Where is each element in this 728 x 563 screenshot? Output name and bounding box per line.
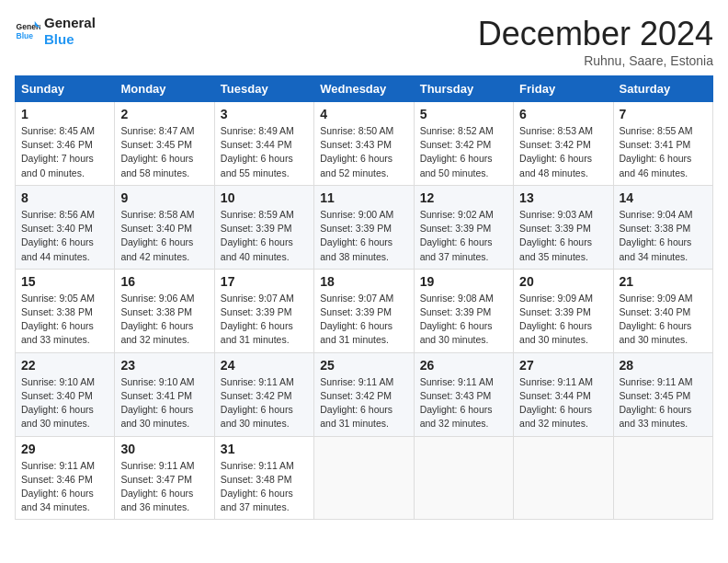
calendar-cell: 23 Sunrise: 9:10 AM Sunset: 3:41 PM Dayl… — [115, 352, 214, 436]
location-subtitle: Ruhnu, Saare, Estonia — [478, 53, 713, 68]
calendar-header-row: SundayMondayTuesdayWednesdayThursdayFrid… — [16, 76, 713, 102]
logo-icon: General Blue — [15, 18, 40, 44]
title-block: December 2024 Ruhnu, Saare, Estonia — [478, 15, 713, 68]
day-number: 13 — [519, 190, 607, 205]
calendar-cell: 6 Sunrise: 8:53 AM Sunset: 3:42 PM Dayli… — [514, 102, 613, 186]
day-number: 30 — [120, 442, 208, 456]
calendar-cell: 12 Sunrise: 9:02 AM Sunset: 3:39 PM Dayl… — [414, 185, 513, 269]
calendar-cell: 10 Sunrise: 8:59 AM Sunset: 3:39 PM Dayl… — [214, 185, 313, 269]
calendar-cell: 16 Sunrise: 9:06 AM Sunset: 3:38 PM Dayl… — [115, 269, 214, 352]
col-header-sunday: Sunday — [16, 76, 115, 102]
day-detail: Sunrise: 8:52 AM Sunset: 3:42 PM Dayligh… — [420, 124, 507, 180]
day-detail: Sunrise: 8:56 AM Sunset: 3:40 PM Dayligh… — [21, 208, 108, 264]
col-header-wednesday: Wednesday — [314, 76, 414, 102]
day-detail: Sunrise: 8:53 AM Sunset: 3:42 PM Dayligh… — [519, 124, 607, 180]
calendar-cell: 29 Sunrise: 9:11 AM Sunset: 3:46 PM Dayl… — [16, 436, 115, 520]
day-detail: Sunrise: 8:45 AM Sunset: 3:46 PM Dayligh… — [21, 124, 108, 180]
day-detail: Sunrise: 9:11 AM Sunset: 3:44 PM Dayligh… — [519, 375, 607, 431]
day-number: 5 — [420, 107, 507, 121]
calendar-cell — [414, 436, 513, 520]
day-number: 25 — [320, 358, 407, 373]
calendar-cell: 3 Sunrise: 8:49 AM Sunset: 3:44 PM Dayli… — [214, 102, 313, 186]
calendar-cell: 24 Sunrise: 9:11 AM Sunset: 3:42 PM Dayl… — [214, 352, 313, 436]
day-detail: Sunrise: 8:50 AM Sunset: 3:43 PM Dayligh… — [320, 124, 407, 180]
day-number: 24 — [221, 358, 308, 373]
day-detail: Sunrise: 9:11 AM Sunset: 3:45 PM Dayligh… — [620, 375, 707, 431]
calendar-cell: 11 Sunrise: 9:00 AM Sunset: 3:39 PM Dayl… — [314, 185, 414, 269]
day-detail: Sunrise: 9:05 AM Sunset: 3:38 PM Dayligh… — [21, 292, 108, 348]
day-detail: Sunrise: 9:11 AM Sunset: 3:48 PM Dayligh… — [221, 459, 308, 515]
logo: General Blue General Blue — [15, 15, 96, 48]
day-number: 22 — [21, 358, 108, 373]
calendar-cell: 4 Sunrise: 8:50 AM Sunset: 3:43 PM Dayli… — [314, 102, 414, 186]
day-detail: Sunrise: 9:03 AM Sunset: 3:39 PM Dayligh… — [519, 208, 607, 264]
svg-text:Blue: Blue — [17, 31, 34, 40]
day-number: 10 — [221, 190, 308, 205]
day-number: 14 — [620, 190, 707, 205]
calendar-cell: 27 Sunrise: 9:11 AM Sunset: 3:44 PM Dayl… — [514, 352, 613, 436]
calendar-cell: 21 Sunrise: 9:09 AM Sunset: 3:40 PM Dayl… — [613, 269, 712, 352]
day-detail: Sunrise: 9:11 AM Sunset: 3:42 PM Dayligh… — [221, 375, 308, 431]
day-detail: Sunrise: 8:47 AM Sunset: 3:45 PM Dayligh… — [120, 124, 208, 180]
logo-text-general: General — [44, 15, 96, 31]
calendar-cell: 17 Sunrise: 9:07 AM Sunset: 3:39 PM Dayl… — [214, 269, 313, 352]
day-number: 3 — [221, 107, 308, 121]
day-detail: Sunrise: 8:55 AM Sunset: 3:41 PM Dayligh… — [620, 124, 707, 180]
day-number: 4 — [320, 107, 407, 121]
calendar-cell: 26 Sunrise: 9:11 AM Sunset: 3:43 PM Dayl… — [414, 352, 513, 436]
day-detail: Sunrise: 8:49 AM Sunset: 3:44 PM Dayligh… — [221, 124, 308, 180]
calendar-cell: 30 Sunrise: 9:11 AM Sunset: 3:47 PM Dayl… — [115, 436, 214, 520]
calendar-table: SundayMondayTuesdayWednesdayThursdayFrid… — [15, 75, 713, 520]
calendar-week-row: 1 Sunrise: 8:45 AM Sunset: 3:46 PM Dayli… — [16, 102, 713, 186]
calendar-cell: 13 Sunrise: 9:03 AM Sunset: 3:39 PM Dayl… — [514, 185, 613, 269]
day-number: 9 — [120, 190, 208, 205]
day-number: 17 — [221, 274, 308, 289]
day-detail: Sunrise: 9:11 AM Sunset: 3:43 PM Dayligh… — [420, 375, 507, 431]
col-header-thursday: Thursday — [414, 76, 513, 102]
day-number: 19 — [420, 274, 507, 289]
day-number: 1 — [21, 107, 108, 121]
calendar-cell: 1 Sunrise: 8:45 AM Sunset: 3:46 PM Dayli… — [16, 102, 115, 186]
day-number: 8 — [21, 190, 108, 205]
day-number: 16 — [120, 274, 208, 289]
calendar-week-row: 22 Sunrise: 9:10 AM Sunset: 3:40 PM Dayl… — [16, 352, 713, 436]
day-detail: Sunrise: 9:07 AM Sunset: 3:39 PM Dayligh… — [221, 292, 308, 348]
day-number: 29 — [21, 442, 108, 456]
col-header-saturday: Saturday — [613, 76, 712, 102]
calendar-cell — [514, 436, 613, 520]
calendar-cell: 20 Sunrise: 9:09 AM Sunset: 3:39 PM Dayl… — [514, 269, 613, 352]
month-title: December 2024 — [478, 15, 713, 53]
calendar-cell: 7 Sunrise: 8:55 AM Sunset: 3:41 PM Dayli… — [613, 102, 712, 186]
day-number: 6 — [519, 107, 607, 121]
day-detail: Sunrise: 9:09 AM Sunset: 3:39 PM Dayligh… — [519, 292, 607, 348]
day-detail: Sunrise: 9:10 AM Sunset: 3:41 PM Dayligh… — [120, 375, 208, 431]
day-number: 27 — [519, 358, 607, 373]
day-number: 7 — [620, 107, 707, 121]
col-header-friday: Friday — [514, 76, 613, 102]
calendar-cell: 8 Sunrise: 8:56 AM Sunset: 3:40 PM Dayli… — [16, 185, 115, 269]
calendar-cell: 14 Sunrise: 9:04 AM Sunset: 3:38 PM Dayl… — [613, 185, 712, 269]
page-header: General Blue General Blue December 2024 … — [15, 15, 713, 68]
calendar-cell: 15 Sunrise: 9:05 AM Sunset: 3:38 PM Dayl… — [16, 269, 115, 352]
calendar-cell: 9 Sunrise: 8:58 AM Sunset: 3:40 PM Dayli… — [115, 185, 214, 269]
calendar-cell: 28 Sunrise: 9:11 AM Sunset: 3:45 PM Dayl… — [613, 352, 712, 436]
calendar-week-row: 15 Sunrise: 9:05 AM Sunset: 3:38 PM Dayl… — [16, 269, 713, 352]
calendar-cell — [613, 436, 712, 520]
day-number: 2 — [120, 107, 208, 121]
calendar-cell: 2 Sunrise: 8:47 AM Sunset: 3:45 PM Dayli… — [115, 102, 214, 186]
day-detail: Sunrise: 9:00 AM Sunset: 3:39 PM Dayligh… — [320, 208, 407, 264]
day-number: 23 — [120, 358, 208, 373]
col-header-monday: Monday — [115, 76, 214, 102]
calendar-cell: 18 Sunrise: 9:07 AM Sunset: 3:39 PM Dayl… — [314, 269, 414, 352]
day-detail: Sunrise: 9:11 AM Sunset: 3:42 PM Dayligh… — [320, 375, 407, 431]
calendar-week-row: 29 Sunrise: 9:11 AM Sunset: 3:46 PM Dayl… — [16, 436, 713, 520]
col-header-tuesday: Tuesday — [214, 76, 313, 102]
day-detail: Sunrise: 9:02 AM Sunset: 3:39 PM Dayligh… — [420, 208, 507, 264]
day-detail: Sunrise: 9:07 AM Sunset: 3:39 PM Dayligh… — [320, 292, 407, 348]
day-number: 26 — [420, 358, 507, 373]
calendar-cell: 31 Sunrise: 9:11 AM Sunset: 3:48 PM Dayl… — [214, 436, 313, 520]
day-detail: Sunrise: 9:10 AM Sunset: 3:40 PM Dayligh… — [21, 375, 108, 431]
calendar-week-row: 8 Sunrise: 8:56 AM Sunset: 3:40 PM Dayli… — [16, 185, 713, 269]
calendar-cell: 5 Sunrise: 8:52 AM Sunset: 3:42 PM Dayli… — [414, 102, 513, 186]
day-detail: Sunrise: 8:58 AM Sunset: 3:40 PM Dayligh… — [120, 208, 208, 264]
